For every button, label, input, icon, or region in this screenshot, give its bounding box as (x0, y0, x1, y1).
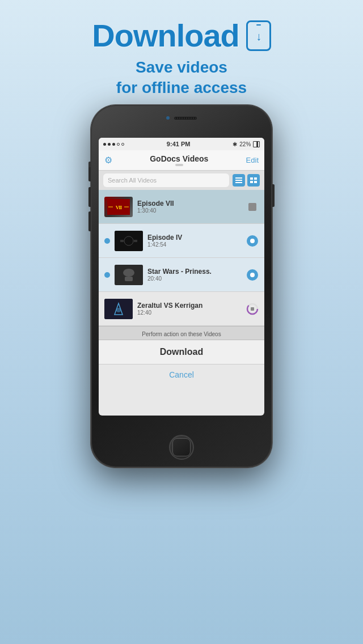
svg-rect-17 (125, 277, 133, 281)
action-sheet: Perform action on these Videos Download … (99, 326, 264, 385)
svg-rect-1 (235, 180, 242, 181)
video-duration-3: 20:40 (147, 276, 242, 282)
video-item-3[interactable]: Star Wars - Priness. 20:40 (99, 258, 264, 292)
phone-mockup: 9:41 PM ✱ 22% ▐ ⚙ GoDocs Videos Edit (91, 105, 272, 468)
front-camera-area (166, 116, 197, 120)
signal-dot-5 (121, 143, 124, 146)
view-toggle-icons (233, 174, 260, 187)
cancel-button[interactable]: Cancel (99, 365, 264, 385)
thumbnail-sw (115, 265, 143, 285)
phone-screen: 9:41 PM ✱ 22% ▐ ⚙ GoDocs Videos Edit (99, 138, 264, 416)
video-list: VII Episode VII 1:30:40 (99, 190, 264, 326)
grid-icon-svg (250, 177, 257, 183)
check-icon-3 (247, 269, 258, 281)
svg-point-20 (116, 308, 121, 312)
signal-dot-4 (117, 143, 120, 146)
video-item-2[interactable]: Episode IV 1:42:54 (99, 224, 264, 258)
phone-shell: 9:41 PM ✱ 22% ▐ ⚙ GoDocs Videos Edit (91, 105, 272, 468)
video-title-1: Episode VII (137, 200, 242, 207)
signal-indicator (103, 143, 124, 146)
power-button (272, 184, 275, 207)
header-subtitle: Save videos for offline access (0, 57, 363, 99)
video-title-3: Star Wars - Priness. (147, 268, 242, 276)
selected-indicator-3 (104, 272, 110, 278)
status-right: ✱ 22% ▐ (233, 141, 260, 147)
battery-text: 22% (239, 141, 251, 147)
down-arrow-icon: ↓ (256, 30, 261, 43)
download-button[interactable]: Download (99, 340, 264, 365)
video-duration-1: 1:30:40 (137, 207, 242, 214)
search-bar: Search All Videos (99, 171, 264, 190)
nav-indicator (175, 164, 183, 166)
svg-rect-23 (251, 307, 254, 311)
thumbnail-ep7: VII (104, 197, 133, 217)
thumb-zer-graphic (104, 299, 133, 319)
main-title: Download ↓ (0, 17, 363, 54)
svg-rect-13 (120, 240, 124, 242)
list-icon-svg (235, 177, 242, 183)
search-placeholder: Search All Videos (108, 177, 157, 184)
action-label: Perform action on these Videos (99, 327, 264, 340)
volume-up-button (88, 187, 91, 207)
video-info-1: Episode VII 1:30:40 (137, 200, 242, 214)
signal-dot-2 (108, 143, 111, 146)
mute-button (88, 167, 91, 181)
video-duration-2: 1:42:54 (147, 242, 242, 248)
svg-rect-3 (250, 177, 253, 180)
thumb-ep4-graphic (115, 231, 143, 251)
signal-dot-1 (103, 143, 106, 146)
video-info-2: Episode IV 1:42:54 (147, 234, 242, 248)
video-item-4[interactable]: Zeraltul VS Kerrigan 12:40 (99, 292, 264, 326)
svg-rect-2 (235, 182, 242, 183)
header-section: Download ↓ Save videos for offline acces… (0, 0, 363, 99)
thumbnail-zer (104, 299, 133, 319)
status-time: 9:41 PM (167, 141, 191, 147)
svg-rect-14 (134, 240, 137, 242)
video-info-3: Star Wars - Priness. 20:40 (147, 268, 242, 282)
progress-ring-icon (246, 303, 259, 315)
signal-dot-3 (112, 143, 115, 146)
nav-title: GoDocs Videos (150, 154, 208, 163)
svg-rect-4 (254, 177, 257, 180)
thumb-ep7-graphic: VII (104, 197, 133, 217)
phone-download-icon: ↓ (246, 20, 271, 51)
list-view-icon[interactable] (233, 174, 245, 187)
battery-icon: ▐ (253, 141, 260, 147)
settings-gear-icon[interactable]: ⚙ (104, 155, 112, 166)
check-icon-2 (247, 235, 258, 247)
volume-down-button (88, 211, 91, 231)
video-title-4: Zeraltul VS Kerrigan (137, 302, 242, 310)
svg-rect-11 (115, 231, 143, 251)
svg-rect-5 (250, 181, 253, 183)
earpiece (174, 117, 197, 120)
video-duration-4: 12:40 (137, 310, 242, 316)
video-status-4 (246, 303, 259, 315)
video-status-3 (246, 269, 259, 281)
svg-point-16 (123, 269, 134, 277)
svg-rect-0 (235, 177, 242, 179)
video-status-2 (246, 235, 259, 247)
status-bar: 9:41 PM ✱ 22% ▐ (99, 138, 264, 150)
thumb-sw-graphic (115, 265, 143, 285)
front-camera (166, 116, 170, 120)
video-item-1[interactable]: VII Episode VII 1:30:40 (99, 190, 264, 224)
title-text: Download (92, 17, 239, 54)
svg-rect-6 (254, 181, 257, 183)
home-button-inner (172, 438, 191, 456)
edit-button[interactable]: Edit (246, 156, 259, 164)
thumbnail-ep4 (115, 231, 143, 251)
grid-view-icon[interactable] (247, 174, 260, 187)
search-input-container[interactable]: Search All Videos (103, 173, 229, 187)
pause-icon-1 (248, 203, 256, 211)
navigation-bar: ⚙ GoDocs Videos Edit (99, 150, 264, 171)
video-info-4: Zeraltul VS Kerrigan 12:40 (137, 302, 242, 316)
bluetooth-icon: ✱ (233, 141, 237, 147)
home-button[interactable] (169, 435, 194, 460)
selected-indicator-2 (104, 238, 110, 244)
video-status-1 (246, 201, 259, 213)
video-title-2: Episode IV (147, 234, 242, 242)
svg-text:VII: VII (116, 205, 123, 210)
